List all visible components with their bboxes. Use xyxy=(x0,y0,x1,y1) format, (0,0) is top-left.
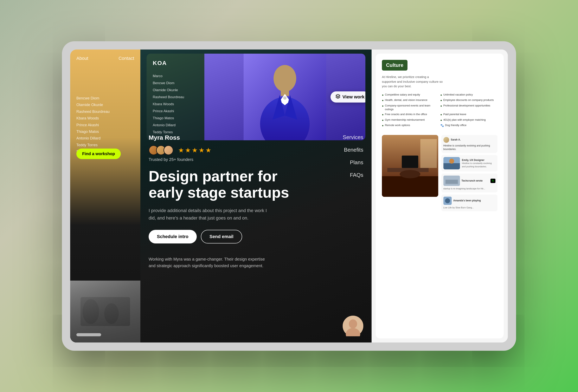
find-workshop-button[interactable]: Find a workshop xyxy=(76,149,121,159)
cta-buttons: Schedule intro Send email xyxy=(149,230,314,243)
headline-line1: Design partner for xyxy=(149,168,278,184)
svg-rect-26 xyxy=(445,180,458,184)
benefit-icon-9: ● xyxy=(440,113,442,117)
benefit-0: ● Competitive salary and equity xyxy=(382,93,439,97)
social-card-0: Sarah A. Hireline is constantly evolving… xyxy=(441,135,498,153)
main-headline: Design partner for early stage startups xyxy=(149,168,314,201)
workshop-image xyxy=(70,281,140,343)
social-text-0: Hireline is constantly evolving and push… xyxy=(443,144,496,151)
nav-links: Services Benefits Plans FAQs xyxy=(343,134,363,178)
social-header-tc: Techcrunch wrote Tc xyxy=(443,175,496,186)
name-2: Olamide Okunle xyxy=(76,101,110,108)
koa-menu-4[interactable]: Kbara Woods xyxy=(153,101,198,108)
trusted-avatars xyxy=(149,145,171,155)
benefit-1: ● Health, dental, and vision insurance xyxy=(382,98,439,103)
workshop-bg xyxy=(70,281,140,343)
svg-point-24 xyxy=(449,159,454,164)
koa-menu-0[interactable]: Marco xyxy=(153,73,198,80)
right-bottom: Sarah A. Hireline is constantly evolving… xyxy=(382,135,497,214)
koa-right: View work xyxy=(204,54,365,140)
nav-faqs[interactable]: FAQs xyxy=(350,172,363,178)
svg-rect-16 xyxy=(382,176,438,197)
name-1: Bencwe Diom xyxy=(76,95,110,101)
koa-logo: KOA xyxy=(153,60,198,66)
laptop-screen: About Contact Bencwe Diom Olamide Okunle… xyxy=(70,49,508,343)
benefit-9: ● Paid parental leave xyxy=(440,112,497,117)
main-right: Services Benefits Plans FAQs xyxy=(322,134,363,336)
social-text-tc: startup is re-imagining landscape for Hi… xyxy=(443,187,496,190)
social-name-tc: Techcrunch wrote xyxy=(462,179,483,183)
main-left: Myra Ross ★ ★ ★ ★ ★ xyxy=(149,134,314,336)
social-card-music: Amanda's been playing Live Life by Slow … xyxy=(441,195,498,211)
svg-point-11 xyxy=(283,96,287,100)
laptop-frame: About Contact Bencwe Diom Olamide Okunle… xyxy=(62,41,516,351)
social-name-music: Amanda's been playing xyxy=(453,199,481,202)
koa-menu-5[interactable]: Prince Akashi xyxy=(153,108,198,115)
benefit-icon-0: ● xyxy=(382,93,384,97)
benefit-icon-10: ● xyxy=(440,118,442,122)
benefit-icon-11: 🐾 xyxy=(440,124,444,128)
name-3: Rasheed Bourdreau xyxy=(76,108,110,115)
koa-menu-3[interactable]: Rasheed Bourdreau xyxy=(153,94,198,101)
tc-badge: Tc xyxy=(490,179,495,183)
benefit-3: ● Free snacks and drinks in the office xyxy=(382,112,439,117)
benefit-2: ● Company-sponsored events and team outi… xyxy=(382,104,439,111)
benefit-icon-6: ● xyxy=(440,93,442,97)
social-card-tc: Techcrunch wrote Tc startup is re-imagin… xyxy=(441,174,498,192)
benefit-icon-1: ● xyxy=(382,98,384,103)
social-name-0: Sarah A. xyxy=(451,138,461,141)
view-work-badge[interactable]: View work xyxy=(331,91,365,103)
culture-title: Culture xyxy=(382,60,407,71)
benefit-7: ● Employee discounts on company products xyxy=(440,98,497,103)
nav-services[interactable]: Services xyxy=(343,134,363,140)
benefit-8: ● Professional development opportunities xyxy=(440,104,497,111)
benefit-icon-7: ● xyxy=(440,98,442,103)
koa-menu-6[interactable]: Thiago Matos xyxy=(153,115,198,122)
testimonial-text: Working with Myra was a game-changer. Th… xyxy=(149,256,273,269)
panel-left: About Contact Bencwe Diom Olamide Okunle… xyxy=(70,49,140,343)
benefit-6: ● Unlimited vacation policy xyxy=(440,93,497,97)
koa-menu: Marco Bencwe Diom Olamide Okunle Rasheed… xyxy=(153,73,198,136)
social-cards: Sarah A. Hireline is constantly evolving… xyxy=(441,135,498,211)
layers-icon xyxy=(336,94,340,100)
benefit-11: 🐾 Dog friendly office xyxy=(440,123,497,128)
benefit-icon-3: ● xyxy=(382,113,384,117)
culture-description: At Hireline, we prioritize creating a su… xyxy=(382,75,444,89)
koa-menu-1[interactable]: Bencwe Diom xyxy=(153,80,198,87)
benefit-4: ● Gym membership reimbursement xyxy=(382,118,439,122)
svg-point-13 xyxy=(349,319,357,328)
contact-link[interactable]: Contact xyxy=(118,56,134,61)
benefit-icon-2: ● xyxy=(382,104,384,108)
view-work-label: View work xyxy=(342,94,365,100)
star-1: ★ xyxy=(178,146,184,154)
social-header-0: Sarah A. xyxy=(443,137,496,143)
main-description: I provide additional details about this … xyxy=(149,207,273,221)
benefit-5: ● Remote work options xyxy=(382,123,439,128)
koa-menu-2[interactable]: Olamide Okunle xyxy=(153,87,198,94)
panel-middle: KOA Marco Bencwe Diom Olamide Okunle Ras… xyxy=(140,49,372,343)
schedule-intro-button[interactable]: Schedule intro xyxy=(149,230,197,243)
benefits-grid: ● Competitive salary and equity ● Unlimi… xyxy=(382,93,497,128)
koa-menu-7[interactable]: Antonio Dillard xyxy=(153,122,198,129)
culture-card: Culture At Hireline, we prioritize creat… xyxy=(376,54,504,338)
svg-rect-18 xyxy=(402,156,418,168)
stars-row: ★ ★ ★ ★ ★ xyxy=(149,145,314,155)
svg-point-28 xyxy=(445,198,450,203)
social-text-music: Live Life by Slow Burn Gang... xyxy=(443,206,496,209)
main-content: Myra Ross ★ ★ ★ ★ ★ xyxy=(140,128,372,343)
svg-point-3 xyxy=(104,303,119,324)
social-header-music: Amanda's been playing xyxy=(443,197,496,205)
nav-benefits[interactable]: Benefits xyxy=(344,147,363,153)
nav-plans[interactable]: Plans xyxy=(350,159,363,166)
name-8: Teddy Torres xyxy=(76,142,110,148)
star-2: ★ xyxy=(185,146,191,154)
social-avatar-0 xyxy=(443,137,449,143)
headline-line2: early stage startups xyxy=(149,184,289,201)
svg-point-19 xyxy=(400,170,420,178)
benefit-10: ● 401(k) plan with employer matching xyxy=(440,118,497,122)
star-5: ★ xyxy=(205,146,211,154)
send-email-button[interactable]: Send email xyxy=(201,230,242,243)
about-link[interactable]: About xyxy=(76,56,88,61)
star-4: ★ xyxy=(198,146,205,154)
designer-name: Myra Ross xyxy=(149,134,314,141)
